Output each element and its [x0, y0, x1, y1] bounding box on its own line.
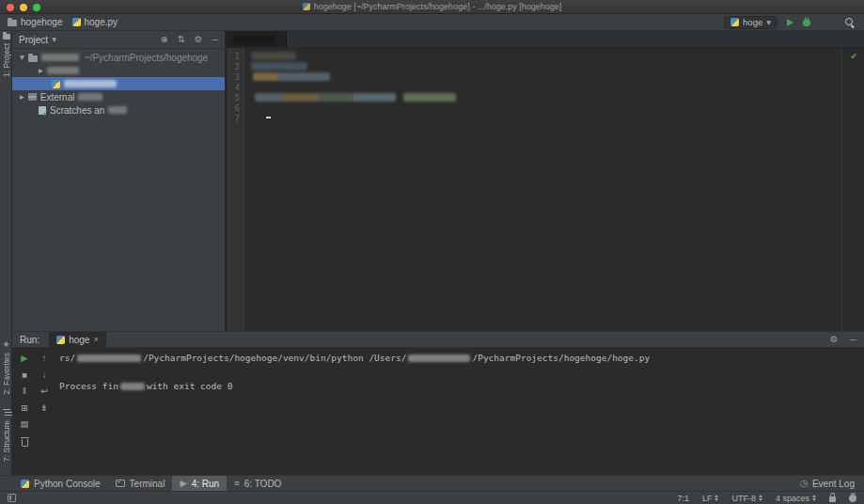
- libraries-icon: [28, 93, 37, 101]
- line-number: 6: [227, 103, 240, 114]
- redacted-text: [120, 383, 145, 390]
- minimize-window-button[interactable]: [20, 4, 27, 11]
- tool-stripe-structure-button[interactable]: 7: Structure: [0, 409, 12, 462]
- scroll-to-end-icon[interactable]: ⇟: [40, 403, 48, 413]
- pycharm-window: hogehoge [~/PycharmProjects/hogehoge] - …: [0, 0, 864, 504]
- down-stack-trace-icon[interactable]: ↓: [42, 370, 47, 380]
- restore-layout-icon[interactable]: ⊞: [21, 403, 28, 413]
- toolbar-todo[interactable]: ≡ 6: TODO: [227, 476, 289, 491]
- python-file-icon: [72, 18, 81, 26]
- editor-content[interactable]: [245, 48, 840, 331]
- soft-wrap-icon[interactable]: ↩: [40, 386, 48, 396]
- breadcrumb: hogehoge hoge.py: [8, 17, 118, 27]
- structure-tool-icon: [3, 409, 10, 417]
- structure-stripe-label: 7: Structure: [2, 420, 11, 462]
- tree-row-external-libraries[interactable]: ▸ External: [12, 90, 225, 103]
- breadcrumb-file-label: hoge.py: [85, 17, 118, 27]
- console-text: with exit code 0: [147, 381, 233, 391]
- window-title-group: hogehoge [~/PycharmProjects/hogehoge] - …: [303, 2, 561, 11]
- chevron-down-icon[interactable]: ▾: [20, 53, 24, 62]
- toolbar-terminal[interactable]: Terminal: [108, 476, 173, 491]
- line-number: 3: [227, 72, 240, 83]
- todo-list-icon: ≡: [234, 479, 240, 488]
- chevron-down-icon: ▾: [766, 18, 771, 27]
- python-console-icon: [21, 480, 29, 488]
- print-icon[interactable]: ▤: [21, 419, 29, 429]
- navigation-bar: hogehoge hoge.py hoge ▾: [0, 14, 864, 31]
- tool-stripe-favorites-button[interactable]: ★ 2: Favorites: [0, 339, 12, 394]
- indent-widget[interactable]: 4 spaces: [776, 494, 816, 503]
- console-toolbar: ↑ ↓ ↩ ⇟: [37, 354, 52, 412]
- clear-console-icon[interactable]: [22, 439, 28, 447]
- highlighting-level-icon[interactable]: [849, 495, 856, 502]
- breadcrumb-project[interactable]: hogehoge: [8, 17, 63, 27]
- updown-chevron-icon: [812, 495, 816, 501]
- run-left-toolbar: ▶ ■ ‖ ⊞ ▤: [17, 354, 32, 447]
- encoding-widget[interactable]: UTF-8: [731, 494, 762, 503]
- favorites-stripe-label: 2: Favorites: [2, 353, 11, 394]
- breadcrumb-file[interactable]: hoge.py: [72, 17, 118, 27]
- chevron-down-icon[interactable]: ▾: [52, 35, 56, 44]
- read-only-lock-icon[interactable]: [829, 496, 836, 502]
- toolbar-python-console[interactable]: Python Console: [13, 476, 108, 491]
- run-configuration-select[interactable]: hoge ▾: [724, 16, 778, 29]
- redacted-text: [47, 67, 79, 74]
- favorites-star-icon: ★: [2, 339, 9, 349]
- hide-panel-icon[interactable]: ─: [850, 335, 856, 344]
- tool-stripe-project-button[interactable]: 1: Project: [0, 34, 12, 77]
- locate-file-icon[interactable]: ⊕: [161, 35, 168, 44]
- redacted-text: [408, 354, 470, 362]
- zoom-window-button[interactable]: [33, 4, 40, 11]
- hide-panel-icon[interactable]: ─: [212, 35, 218, 44]
- run-header-icons: ⚙ ─: [830, 335, 856, 344]
- editor-tab[interactable]: [227, 31, 287, 47]
- project-root-path: ~/PycharmProjects/hogehoge: [85, 53, 208, 63]
- run-tab[interactable]: hoge ×: [49, 332, 106, 348]
- gear-icon[interactable]: ⚙: [830, 335, 839, 344]
- run-config-name: hoge: [743, 17, 762, 27]
- project-tool-window: Project ▾ ⊕ ⇅ ⚙ ─ ▾ ~/PycharmProjects/ho…: [12, 31, 226, 331]
- line-number: 2: [227, 62, 240, 72]
- python-file-icon: [56, 336, 65, 344]
- redacted-text: [108, 106, 127, 114]
- project-stripe-label: 1: Project: [2, 43, 11, 77]
- close-window-button[interactable]: [7, 4, 14, 11]
- title-bar: hogehoge [~/PycharmProjects/hogehoge] - …: [0, 0, 864, 14]
- inspections-ok-icon[interactable]: ✔: [850, 52, 857, 61]
- run-panel-body: ▶ ■ ‖ ⊞ ▤ ↑ ↓ ↩ ⇟ rs/ /PycharmProjects/h…: [12, 348, 864, 475]
- line-ending-widget[interactable]: LF: [702, 494, 719, 503]
- redacted-text: [41, 54, 79, 61]
- tree-row-project-root[interactable]: ▾ ~/PycharmProjects/hogehoge: [12, 51, 225, 64]
- stop-icon[interactable]: ■: [22, 370, 27, 380]
- caret-position-widget[interactable]: 7:1: [677, 494, 689, 503]
- event-log-clock-icon: ◷: [800, 479, 808, 488]
- gear-icon[interactable]: ⚙: [195, 35, 203, 44]
- redacted-text: [64, 80, 117, 87]
- search-everywhere-icon[interactable]: [844, 17, 855, 27]
- redacted-text: [77, 354, 141, 362]
- debug-button[interactable]: [803, 19, 810, 26]
- todo-label: 6: TODO: [244, 479, 282, 489]
- close-icon[interactable]: ×: [93, 335, 99, 344]
- tree-row-collapsed-folder[interactable]: ▸: [12, 64, 225, 77]
- chevron-right-icon[interactable]: ▸: [20, 92, 24, 102]
- tree-row-scratches[interactable]: Scratches an: [12, 103, 225, 117]
- pause-output-icon[interactable]: ‖: [23, 386, 26, 396]
- collapse-all-icon[interactable]: ⇅: [178, 35, 185, 44]
- redacted-code-line: [403, 93, 456, 102]
- run-button[interactable]: [787, 19, 793, 26]
- up-stack-trace-icon[interactable]: ↑: [42, 354, 47, 363]
- tool-window-switcher-icon[interactable]: [8, 494, 16, 502]
- tree-row-selected-file[interactable]: [12, 77, 225, 90]
- project-panel-title[interactable]: Project: [19, 35, 48, 45]
- event-log-button[interactable]: ◷ Event Log: [800, 479, 864, 489]
- editor: 1 2 3 4 5 6 7 ✔: [226, 31, 864, 331]
- indent-label: 4 spaces: [776, 494, 809, 503]
- run-config-python-icon: [730, 18, 739, 26]
- toolbar-run[interactable]: ▶ 4: Run: [172, 476, 227, 491]
- rerun-icon[interactable]: ▶: [21, 354, 27, 363]
- run-tool-window: Run: hoge × ⚙ ─ ▶ ■ ‖ ⊞ ▤ ↑ ↓: [12, 331, 864, 475]
- console-line: Process fin with exit code 0: [59, 381, 232, 391]
- chevron-right-icon[interactable]: ▸: [39, 66, 43, 75]
- terminal-icon: [116, 480, 125, 487]
